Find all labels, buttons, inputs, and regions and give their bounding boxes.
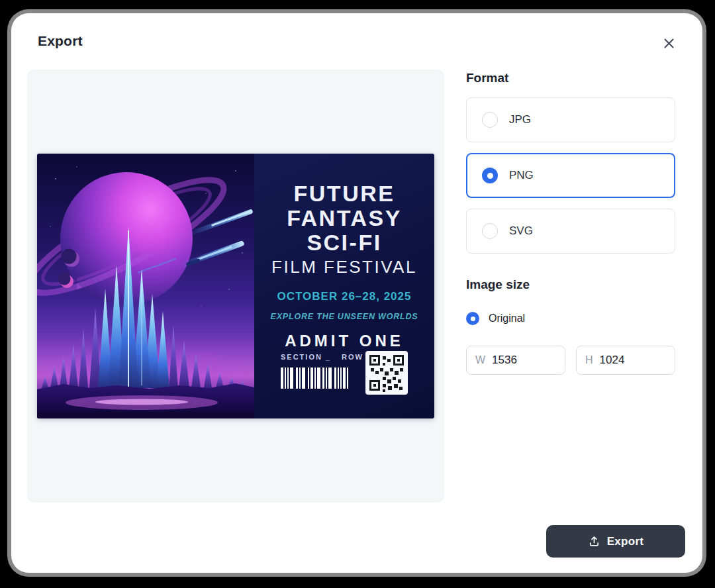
ticket-artwork — [37, 154, 254, 418]
ticket-preview: FUTURE FANTASY SCI-FI FILM FESTIVAL OCTO… — [37, 154, 434, 418]
dialog-header: Export — [11, 13, 702, 49]
width-field[interactable]: W — [466, 346, 565, 375]
radio-jpg[interactable] — [482, 112, 498, 128]
upload-icon — [588, 535, 600, 548]
export-dialog: Export — [11, 13, 702, 573]
export-button[interactable]: Export — [546, 525, 685, 558]
format-option-jpg[interactable]: JPG — [466, 97, 675, 142]
ticket-title-line: FUTURE — [254, 181, 434, 206]
width-prefix: W — [475, 354, 485, 366]
format-heading: Format — [466, 71, 675, 85]
ticket-date: OCTOBER 26–28, 2025 — [254, 290, 434, 303]
original-size-option[interactable]: Original — [466, 312, 675, 325]
original-label: Original — [489, 313, 525, 324]
ticket-info: FUTURE FANTASY SCI-FI FILM FESTIVAL OCTO… — [254, 154, 434, 418]
format-option-label: JPG — [509, 113, 531, 126]
width-input[interactable] — [492, 354, 556, 367]
format-option-svg[interactable]: SVG — [466, 209, 675, 254]
ticket-title-line: FANTASY — [254, 206, 434, 230]
height-prefix: H — [585, 354, 593, 366]
preview-panel: FUTURE FANTASY SCI-FI FILM FESTIVAL OCTO… — [27, 70, 444, 503]
ticket-subtitle: FILM FESTIVAL — [254, 257, 434, 277]
radio-original[interactable] — [466, 312, 479, 325]
height-input[interactable] — [600, 354, 666, 367]
image-size-heading: Image size — [466, 277, 675, 292]
close-icon — [663, 37, 675, 50]
row-label: ROW — [342, 353, 363, 361]
barcode — [281, 368, 348, 389]
ticket-tagline: EXPLORE THE UNSEEN WORLDS — [254, 312, 434, 321]
section-label: SECTION — [281, 353, 322, 361]
ticket-admit-one: ADMIT ONE — [254, 332, 434, 350]
radio-svg[interactable] — [482, 223, 498, 239]
dialog-content: FUTURE FANTASY SCI-FI FILM FESTIVAL OCTO… — [11, 70, 702, 503]
format-option-label: PNG — [509, 169, 534, 182]
height-field[interactable]: H — [576, 346, 675, 375]
format-option-label: SVG — [509, 224, 533, 238]
format-option-png[interactable]: PNG — [466, 153, 675, 198]
ticket-title-line: SCI-FI — [254, 230, 434, 255]
export-button-label: Export — [607, 535, 644, 548]
ticket-stub-area: SECTION _ ROW _ — [281, 353, 408, 389]
dialog-title: Export — [38, 33, 83, 48]
options-column: Format JPG PNG SVG Image size Original W — [466, 70, 675, 503]
radio-png[interactable] — [482, 168, 498, 183]
close-button[interactable] — [660, 34, 677, 52]
size-inputs: W H — [466, 346, 675, 375]
section-blank: _ — [326, 353, 335, 361]
qr-code — [365, 351, 408, 395]
